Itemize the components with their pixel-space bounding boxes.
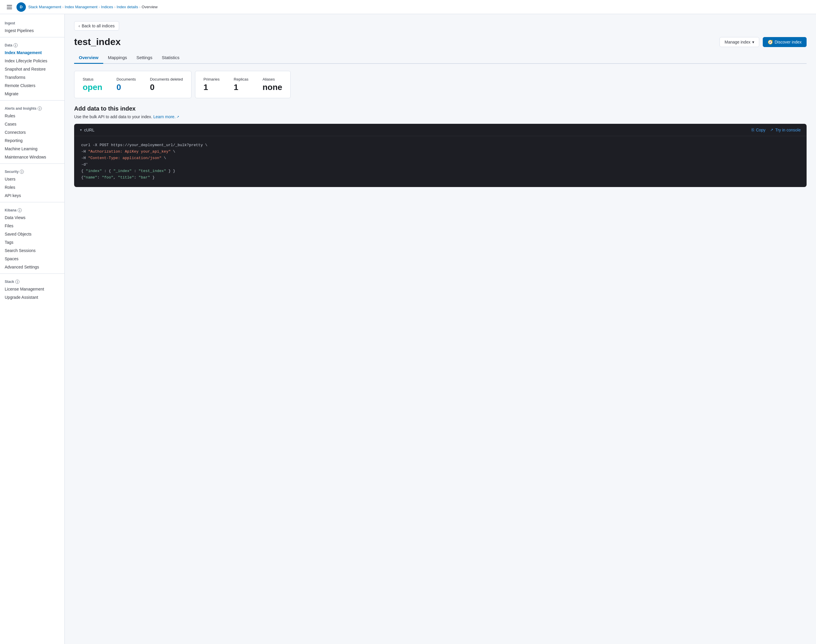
breadcrumb-index-details[interactable]: Index details	[117, 5, 138, 9]
sidebar-item-api-keys[interactable]: API keys	[0, 192, 64, 200]
divider-5	[0, 273, 64, 274]
code-line-2: -H "Authorization: ApiKey your_api_key" …	[81, 149, 799, 155]
sidebar-item-rules[interactable]: Rules	[0, 112, 64, 120]
code-lang: ▾ cURL	[80, 127, 94, 132]
primaries-value: 1	[204, 83, 220, 92]
collapse-icon[interactable]: ▾	[80, 128, 82, 132]
stat-replicas: Replicas 1	[234, 77, 248, 92]
page-title: test_index	[74, 37, 121, 48]
code-body: curl -X POST https://your_deployment_url…	[74, 136, 807, 187]
code-actions: ⎘ Copy ↗ Try in console	[752, 127, 801, 132]
copy-icon: ⎘	[752, 127, 754, 132]
sidebar-item-spaces[interactable]: Spaces	[0, 255, 64, 263]
manage-index-label: Manage index	[724, 40, 750, 44]
sidebar-item-roles[interactable]: Roles	[0, 183, 64, 192]
sidebar-item-files[interactable]: Files	[0, 222, 64, 230]
sidebar-item-upgrade-assistant[interactable]: Upgrade Assistant	[0, 293, 64, 301]
sidebar-item-migrate[interactable]: Migrate	[0, 90, 64, 98]
stats-row: Status open Documents 0 Documents delete…	[74, 71, 807, 98]
replicas-value: 1	[234, 83, 248, 92]
breadcrumb-stack-management[interactable]: Stack Management	[28, 5, 61, 9]
try-in-console-button[interactable]: ↗ Try in console	[770, 127, 801, 132]
stack-info-icon[interactable]: i	[15, 280, 19, 284]
back-to-indices-button[interactable]: ‹ Back to all indices	[74, 21, 119, 31]
breadcrumb-overview: Overview	[142, 5, 158, 9]
code-line-5: { "index" : { "_index" : "test_index" } …	[81, 168, 799, 174]
add-data-title: Add data to this index	[74, 105, 807, 112]
sidebar-item-license-management[interactable]: License Management	[0, 285, 64, 293]
sidebar-item-transforms[interactable]: Transforms	[0, 73, 64, 81]
sidebar-item-cases[interactable]: Cases	[0, 120, 64, 128]
manage-index-button[interactable]: Manage index ▾	[719, 37, 759, 47]
page-header: test_index Manage index ▾ 🧭 Discover ind…	[74, 37, 807, 48]
sidebar-section-ingest: Ingest	[0, 18, 64, 26]
aliases-label: Aliases	[262, 77, 282, 81]
tab-settings[interactable]: Settings	[132, 52, 157, 64]
tabs: Overview Mappings Settings Statistics	[74, 52, 807, 64]
stat-status: Status open	[83, 77, 102, 92]
external-link-icon2: ↗	[770, 127, 773, 132]
documents-label: Documents	[117, 77, 136, 81]
status-label: Status	[83, 77, 102, 81]
stat-documents: Documents 0	[117, 77, 136, 92]
sidebar-item-maintenance-windows[interactable]: Maintenance Windows	[0, 153, 64, 161]
user-avatar[interactable]: D	[17, 2, 26, 12]
kibana-info-icon[interactable]: i	[18, 208, 22, 212]
sidebar-item-remote-clusters[interactable]: Remote Clusters	[0, 81, 64, 90]
sidebar-section-stack: Stack i	[0, 276, 64, 285]
breadcrumb-sep-1: ›	[62, 5, 64, 9]
sidebar-item-snapshot-restore[interactable]: Snapshot and Restore	[0, 65, 64, 73]
stat-primaries: Primaries 1	[204, 77, 220, 92]
breadcrumb-indices[interactable]: Indices	[101, 5, 113, 9]
sidebar-item-search-sessions[interactable]: Search Sessions	[0, 247, 64, 255]
sidebar-item-connectors[interactable]: Connectors	[0, 128, 64, 136]
discover-index-button[interactable]: 🧭 Discover index	[763, 37, 807, 47]
sidebar-item-users[interactable]: Users	[0, 175, 64, 183]
sidebar-section-alerts: Alerts and Insights i	[0, 103, 64, 112]
sidebar-item-index-management[interactable]: Index Management	[0, 49, 64, 57]
add-data-description: Use the bulk API to add data to your ind…	[74, 114, 807, 119]
sidebar-item-machine-learning[interactable]: Machine Learning	[0, 145, 64, 153]
chevron-down-icon: ▾	[752, 40, 754, 44]
breadcrumb-index-management[interactable]: Index Management	[65, 5, 97, 9]
sidebar-item-index-lifecycle[interactable]: Index Lifecycle Policies	[0, 57, 64, 65]
tab-statistics[interactable]: Statistics	[157, 52, 184, 64]
external-link-icon: ↗	[176, 115, 179, 119]
stats-card-2: Primaries 1 Replicas 1 Aliases none	[195, 71, 291, 98]
tab-overview[interactable]: Overview	[74, 52, 103, 64]
replicas-label: Replicas	[234, 77, 248, 81]
alerts-info-icon[interactable]: i	[38, 106, 42, 110]
sidebar-item-advanced-settings[interactable]: Advanced Settings	[0, 263, 64, 271]
main-content: ‹ Back to all indices test_index Manage …	[65, 14, 816, 644]
divider-1	[0, 37, 64, 37]
layout: Ingest Ingest Pipelines Data i Index Man…	[0, 14, 816, 644]
sidebar-section-kibana: Kibana i	[0, 205, 64, 213]
sidebar-item-ingest-pipelines[interactable]: Ingest Pipelines	[0, 26, 64, 35]
deleted-value: 0	[150, 83, 183, 92]
chevron-left-icon: ‹	[78, 23, 80, 28]
sidebar: Ingest Ingest Pipelines Data i Index Man…	[0, 14, 65, 644]
security-info-icon[interactable]: i	[20, 170, 24, 174]
stats-card-1: Status open Documents 0 Documents delete…	[74, 71, 192, 98]
learn-more-link[interactable]: Learn more. ↗	[153, 114, 179, 119]
code-line-4: -d'	[81, 161, 799, 168]
copy-button[interactable]: ⎘ Copy	[752, 127, 766, 132]
primaries-label: Primaries	[204, 77, 220, 81]
divider-4	[0, 202, 64, 202]
header-actions: Manage index ▾ 🧭 Discover index	[719, 37, 807, 47]
tab-mappings[interactable]: Mappings	[103, 52, 132, 64]
svg-rect-1	[7, 7, 12, 7]
hamburger-menu[interactable]	[5, 2, 14, 12]
discover-label: Discover index	[775, 40, 802, 44]
sidebar-item-reporting[interactable]: Reporting	[0, 136, 64, 145]
divider-2	[0, 100, 64, 101]
sidebar-item-data-views[interactable]: Data Views	[0, 213, 64, 222]
deleted-label: Documents deleted	[150, 77, 183, 81]
code-lang-label: cURL	[84, 127, 94, 132]
sidebar-item-saved-objects[interactable]: Saved Objects	[0, 230, 64, 238]
breadcrumbs: Stack Management › Index Management › In…	[28, 5, 158, 9]
sidebar-item-tags[interactable]: Tags	[0, 238, 64, 247]
breadcrumb-sep-3: ›	[114, 5, 116, 9]
data-info-icon[interactable]: i	[14, 43, 18, 48]
sidebar-section-data: Data i	[0, 40, 64, 49]
